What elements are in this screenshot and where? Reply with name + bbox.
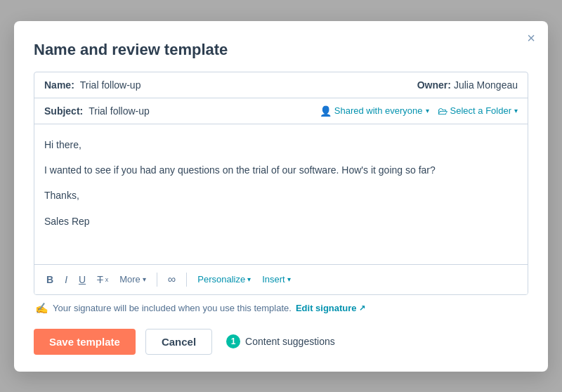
insert-chevron-icon: ▾: [287, 275, 291, 283]
italic-button[interactable]: I: [60, 271, 72, 288]
external-link-icon: ↗: [359, 303, 365, 313]
suggestions-badge: 1: [226, 334, 240, 348]
content-suggestions[interactable]: 1 Content suggestions: [226, 334, 335, 348]
folder-label: Select a Folder: [450, 105, 511, 116]
more-button[interactable]: More ▾: [115, 271, 151, 287]
body-line-1: Hi there,: [44, 137, 518, 152]
name-label: Name:: [44, 79, 74, 91]
owner-value: Julia Mongeau: [454, 79, 518, 91]
more-chevron-icon: ▾: [143, 275, 146, 283]
shared-label: Shared with everyone: [334, 105, 423, 116]
name-input[interactable]: [80, 79, 412, 91]
body-line-2: I wanted to see if you had any questions…: [44, 162, 518, 178]
toolbar-separator: [157, 273, 157, 287]
suggestions-label: Content suggestions: [245, 336, 335, 347]
folder-chevron-icon: ▾: [514, 107, 518, 115]
body-area[interactable]: Hi there, I wanted to see if you had any…: [34, 124, 528, 265]
template-editor: Name: Owner: Julia Mongeau Subject: Tria…: [34, 72, 528, 295]
subject-value: Trial follow-up: [89, 105, 314, 117]
subject-label: Subject:: [44, 105, 83, 117]
cancel-button[interactable]: Cancel: [145, 329, 212, 355]
underline-button[interactable]: U: [74, 271, 91, 288]
edit-signature-link[interactable]: Edit signature ↗: [296, 303, 365, 313]
modal-title: Name and review template: [34, 41, 528, 59]
personalize-chevron-icon: ▾: [247, 275, 251, 283]
close-button[interactable]: ×: [527, 31, 535, 45]
shared-chevron-icon: ▾: [426, 107, 429, 115]
shared-with-everyone-button[interactable]: 👤 Shared with everyone ▾: [320, 105, 429, 117]
select-folder-button[interactable]: 🗁 Select a Folder ▾: [438, 105, 518, 117]
owner-section: Owner: Julia Mongeau: [417, 79, 518, 91]
body-line-4: Sales Rep: [44, 214, 518, 229]
folder-icon: 🗁: [438, 105, 447, 117]
toolbar-row: B I U T x More ▾ ∞ Personalize ▾: [34, 265, 528, 294]
save-template-button[interactable]: Save template: [34, 329, 136, 355]
modal-overlay: × Name and review template Name: Owner: …: [0, 0, 562, 392]
subject-row: Subject: Trial follow-up 👤 Shared with e…: [34, 98, 528, 124]
share-icon: 👤: [320, 105, 332, 117]
signature-text: Your signature will be included when you…: [53, 303, 292, 313]
strikethrough-button[interactable]: T x: [92, 271, 113, 288]
owner-label: Owner:: [417, 79, 451, 91]
bold-button[interactable]: B: [41, 271, 58, 288]
modal-dialog: × Name and review template Name: Owner: …: [14, 21, 548, 372]
body-line-3: Thanks,: [44, 188, 518, 203]
link-button[interactable]: ∞: [163, 270, 181, 289]
toolbar-separator-2: [186, 273, 187, 287]
signature-icon: ✍: [35, 302, 48, 315]
personalize-button[interactable]: Personalize ▾: [192, 271, 256, 287]
insert-button[interactable]: Insert ▾: [257, 271, 296, 287]
name-row: Name: Owner: Julia Mongeau: [34, 72, 528, 98]
signature-note: ✍ Your signature will be included when y…: [34, 295, 528, 325]
footer-row: Save template Cancel 1 Content suggestio…: [34, 325, 528, 355]
subject-actions: 👤 Shared with everyone ▾ 🗁 Select a Fold…: [320, 105, 518, 117]
